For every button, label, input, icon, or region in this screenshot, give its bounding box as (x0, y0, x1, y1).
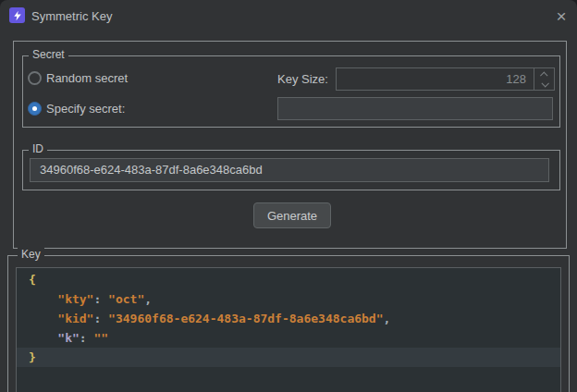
specify-secret-input[interactable] (277, 97, 553, 120)
random-secret-radio[interactable] (28, 71, 42, 85)
spinner-down-icon[interactable] (541, 80, 548, 87)
key-size-stepper[interactable] (534, 68, 554, 90)
id-group: ID 34960f68-e624-483a-87df-8a6e348ca6bd (22, 150, 560, 190)
key-group: Key { "kty": "oct", "kid": "34960f68-e62… (7, 255, 570, 392)
json-editor[interactable]: { "kty": "oct", "kid": "34960f68-e624-48… (16, 267, 561, 392)
key-size-spinner[interactable]: 128 (336, 67, 555, 91)
generate-button[interactable]: Generate (253, 202, 331, 228)
code-line: { (17, 270, 560, 289)
json-editor-lines: { "kty": "oct", "kid": "34960f68-e624-48… (17, 270, 560, 367)
symmetric-key-dialog: Symmetric Key × Secret Random secret Key… (0, 0, 577, 392)
id-group-label: ID (29, 142, 47, 155)
specify-secret-radio[interactable] (28, 102, 42, 116)
code-line: "kty": "oct", (17, 289, 560, 309)
code-line: "kid": "34960f68-e624-483a-87df-8a6e348c… (17, 309, 560, 328)
lightning-bolt-icon (12, 10, 23, 21)
key-size-value[interactable]: 128 (337, 68, 534, 90)
secret-group-label: Secret (29, 48, 68, 61)
key-size-label: Key Size: (277, 72, 328, 86)
code-line: } (17, 348, 560, 367)
code-line: "k": "" (17, 328, 560, 348)
key-group-label: Key (18, 248, 44, 261)
secret-group: Secret Random secret Key Size: 128 Speci… (22, 55, 560, 128)
dialog-title: Symmetric Key (31, 9, 112, 23)
id-input[interactable]: 34960f68-e624-483a-87df-8a6e348ca6bd (30, 158, 549, 182)
radio-selected-dot (32, 106, 37, 111)
spinner-up-icon[interactable] (540, 71, 547, 79)
close-icon[interactable]: × (550, 5, 572, 27)
specify-secret-label[interactable]: Specify secret: (46, 102, 125, 116)
random-secret-label[interactable]: Random secret (46, 71, 128, 85)
dialog-icon (9, 7, 25, 23)
